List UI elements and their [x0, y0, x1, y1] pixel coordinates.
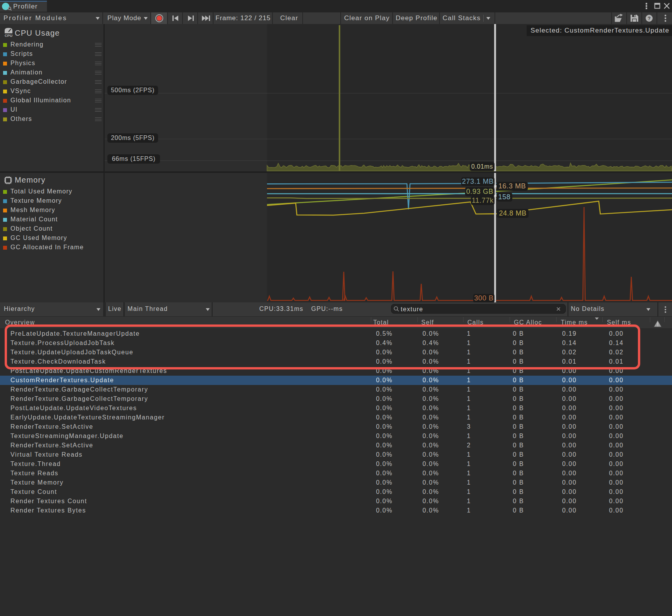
svg-text:CPU: CPU [5, 33, 12, 37]
svg-text:?: ? [648, 16, 651, 21]
